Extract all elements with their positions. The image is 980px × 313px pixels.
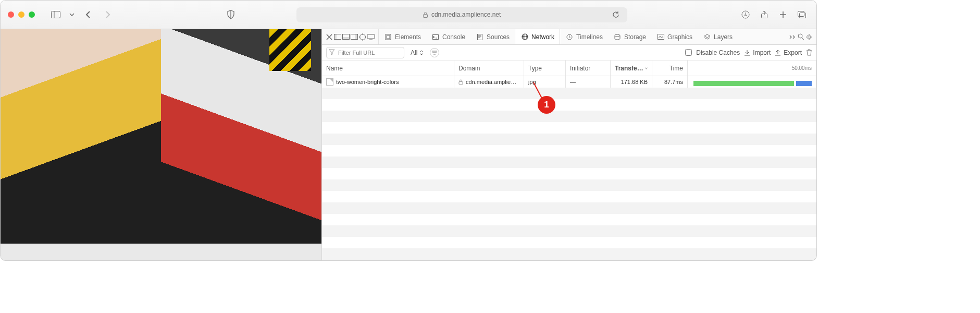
tab-elements-label: Elements bbox=[395, 33, 421, 41]
devtools-tabs: Elements Console Sources Network Timelin… bbox=[322, 29, 816, 45]
filter-scope-select[interactable]: All bbox=[408, 49, 426, 56]
clear-button[interactable] bbox=[806, 49, 812, 56]
cell-initiator: — bbox=[566, 76, 611, 88]
sidebar-toggle-button[interactable] bbox=[48, 7, 63, 22]
reload-button[interactable] bbox=[609, 7, 623, 22]
window-controls bbox=[8, 11, 35, 18]
cell-name: two-women-bright-colors bbox=[322, 76, 454, 88]
col-name[interactable]: Name bbox=[322, 61, 454, 76]
new-tab-button[interactable] bbox=[776, 7, 790, 22]
svg-point-13 bbox=[360, 34, 366, 40]
svg-rect-2 bbox=[423, 14, 427, 17]
disable-caches-checkbox[interactable]: Disable Caches bbox=[683, 47, 740, 57]
layers-icon bbox=[703, 33, 711, 41]
svg-rect-0 bbox=[52, 11, 60, 18]
row-name: two-women-bright-colors bbox=[336, 79, 399, 85]
col-waterfall[interactable]: 50.00ms bbox=[688, 61, 816, 76]
filter-scope-label: All bbox=[411, 49, 417, 56]
annotation-marker: 1 bbox=[538, 96, 555, 114]
import-label: Import bbox=[753, 49, 771, 56]
graphics-icon bbox=[656, 33, 665, 41]
tab-overview-button[interactable] bbox=[795, 7, 809, 22]
network-filter-bar: All Disable Caches Import Export bbox=[322, 45, 816, 61]
back-button[interactable] bbox=[81, 7, 95, 22]
svg-rect-14 bbox=[367, 34, 375, 39]
hazard-stripes-decor bbox=[269, 29, 311, 71]
svg-rect-5 bbox=[799, 13, 805, 18]
lock-icon bbox=[458, 79, 464, 85]
sidebar-dropdown-button[interactable] bbox=[68, 7, 76, 22]
annotation-label: 1 bbox=[544, 100, 549, 110]
col-domain[interactable]: Domain bbox=[454, 61, 524, 76]
tab-console[interactable]: Console bbox=[426, 29, 470, 44]
svg-point-24 bbox=[808, 35, 811, 38]
disable-caches-label: Disable Caches bbox=[696, 49, 740, 56]
table-row[interactable]: two-women-bright-colors cdn.media.amplie… bbox=[322, 76, 816, 88]
privacy-shield-button[interactable] bbox=[224, 7, 238, 22]
address-bar[interactable]: cdn.media.amplience.net bbox=[296, 7, 627, 22]
forward-button[interactable] bbox=[101, 7, 115, 22]
tab-timelines[interactable]: Timelines bbox=[560, 29, 608, 44]
settings-icon[interactable] bbox=[805, 33, 813, 41]
tab-elements[interactable]: Elements bbox=[379, 29, 426, 44]
titlebar: cdn.media.amplience.net bbox=[1, 1, 816, 29]
dock-left-icon[interactable] bbox=[333, 33, 342, 41]
disable-caches-input[interactable] bbox=[685, 49, 692, 56]
timelines-icon bbox=[565, 33, 574, 41]
tab-sources[interactable]: Sources bbox=[470, 29, 515, 44]
zoom-window-button[interactable] bbox=[29, 11, 35, 18]
elements-icon bbox=[384, 33, 392, 41]
device-icon[interactable] bbox=[367, 33, 375, 41]
export-button[interactable]: Export bbox=[775, 49, 802, 56]
row-transfer: 171.68 KB bbox=[621, 79, 648, 85]
dock-bottom-icon[interactable] bbox=[342, 33, 350, 41]
devtools-dock-controls bbox=[322, 29, 379, 44]
row-initiator: — bbox=[570, 79, 576, 85]
tab-storage[interactable]: Storage bbox=[608, 29, 651, 44]
devtools-panel: Elements Console Sources Network Timelin… bbox=[321, 29, 816, 260]
toolbar-right bbox=[738, 7, 809, 22]
devtools-right-controls bbox=[785, 29, 816, 44]
row-time: 87.7ms bbox=[664, 79, 683, 85]
tab-timelines-label: Timelines bbox=[576, 33, 603, 41]
tab-graphics[interactable]: Graphics bbox=[651, 29, 698, 44]
close-window-button[interactable] bbox=[8, 11, 14, 18]
downloads-button[interactable] bbox=[738, 7, 753, 22]
network-table-body[interactable]: two-women-bright-colors cdn.media.amplie… bbox=[322, 76, 816, 260]
col-initiator[interactable]: Initiator bbox=[566, 61, 611, 76]
svg-rect-8 bbox=[334, 34, 337, 40]
search-icon[interactable] bbox=[797, 33, 805, 41]
tab-storage-label: Storage bbox=[624, 33, 646, 41]
filter-options-button[interactable] bbox=[430, 48, 439, 57]
lock-icon bbox=[423, 11, 428, 18]
content-area: Elements Console Sources Network Timelin… bbox=[1, 29, 816, 260]
more-tabs-icon[interactable] bbox=[788, 33, 797, 41]
tab-console-label: Console bbox=[442, 33, 465, 41]
row-domain: cdn.media.amplie… bbox=[466, 79, 516, 85]
network-table-header: Name Domain Type Initiator Transfe… Time… bbox=[322, 61, 816, 76]
cell-domain: cdn.media.amplie… bbox=[454, 76, 524, 88]
dock-right-icon[interactable] bbox=[350, 33, 358, 41]
col-transfer[interactable]: Transfe… bbox=[611, 61, 652, 76]
network-table: Name Domain Type Initiator Transfe… Time… bbox=[322, 61, 816, 260]
close-devtools-button[interactable] bbox=[325, 33, 333, 41]
svg-rect-16 bbox=[387, 35, 390, 39]
tab-layers[interactable]: Layers bbox=[698, 29, 738, 44]
tab-graphics-label: Graphics bbox=[667, 33, 692, 41]
page-viewport bbox=[1, 29, 321, 260]
tab-layers-label: Layers bbox=[714, 33, 733, 41]
console-icon bbox=[431, 33, 440, 41]
export-label: Export bbox=[784, 49, 802, 56]
minimize-window-button[interactable] bbox=[18, 11, 24, 18]
inspect-element-icon[interactable] bbox=[358, 33, 367, 41]
import-button[interactable]: Import bbox=[744, 49, 771, 56]
filter-input[interactable] bbox=[326, 47, 404, 58]
cell-type: jpg bbox=[524, 76, 566, 88]
col-type[interactable]: Type bbox=[524, 61, 566, 76]
filter-icon bbox=[329, 49, 335, 55]
page-image bbox=[1, 29, 321, 244]
tab-network[interactable]: Network bbox=[515, 29, 560, 44]
col-time[interactable]: Time bbox=[652, 61, 688, 76]
svg-rect-12 bbox=[356, 34, 358, 40]
share-button[interactable] bbox=[757, 7, 772, 22]
